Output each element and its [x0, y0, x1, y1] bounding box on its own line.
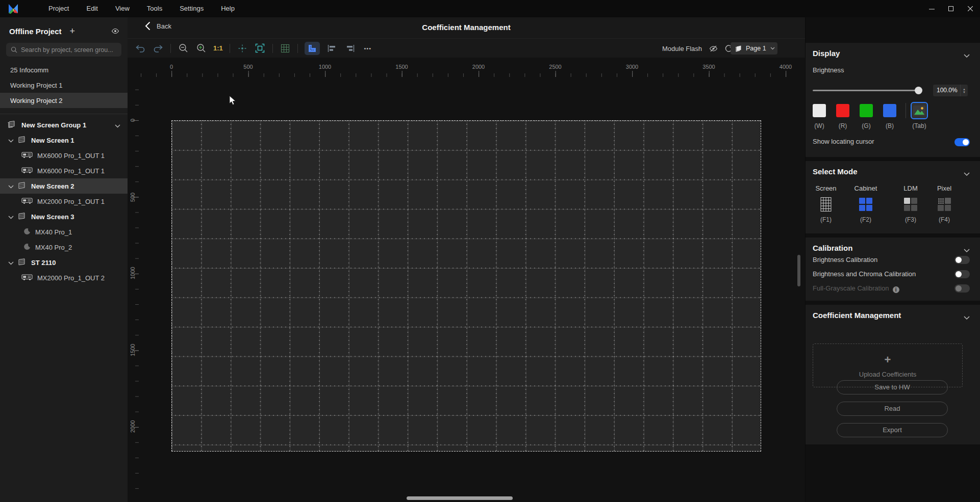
- search-icon: [11, 46, 17, 53]
- read-button[interactable]: Read: [837, 402, 948, 416]
- tree-item-screen[interactable]: New Screen 1: [0, 133, 128, 148]
- tree-item-screen-group[interactable]: New Screen Group 1: [0, 117, 128, 133]
- tree-item-device[interactable]: MX6000 Pro_1_OUT 1: [0, 148, 128, 163]
- chevron-down-icon[interactable]: [8, 182, 14, 190]
- sidebar-divider: [0, 114, 128, 114]
- save-to-hw-button[interactable]: Save to HW: [837, 380, 948, 394]
- brightness-label: Brightness: [813, 66, 844, 74]
- brightness-slider[interactable]: [813, 90, 919, 91]
- chevron-down-icon[interactable]: [964, 313, 970, 322]
- project-item[interactable]: Working Project 1: [0, 77, 128, 93]
- mode-screen[interactable]: Screen (F1): [811, 184, 841, 223]
- add-project-icon[interactable]: +: [70, 27, 76, 36]
- menu-edit[interactable]: Edit: [78, 0, 106, 17]
- chevron-down-icon[interactable]: [8, 137, 14, 144]
- display-section: Display Brightness 100.0% ▲▼ (W) (R) (G)…: [806, 43, 980, 157]
- display-white-swatch[interactable]: [813, 104, 826, 117]
- display-green-swatch[interactable]: [860, 104, 873, 117]
- pixel-mode-icon: [929, 197, 960, 213]
- menu-project[interactable]: Project: [40, 0, 78, 17]
- zoom-out-icon[interactable]: [178, 43, 189, 54]
- chevron-down-icon[interactable]: [115, 122, 120, 129]
- window-controls: [922, 0, 980, 17]
- info-icon[interactable]: i: [893, 286, 899, 293]
- menu-view[interactable]: View: [107, 0, 138, 17]
- stepper-down-icon[interactable]: ▼: [963, 91, 966, 94]
- chevron-down-icon[interactable]: [8, 259, 14, 267]
- brightness-chroma-calibration-toggle-off[interactable]: [954, 270, 970, 278]
- zoom-in-icon[interactable]: [195, 43, 207, 54]
- mouse-cursor: [229, 95, 237, 106]
- tree-item-device[interactable]: MX2000 Pro_1_OUT 2: [0, 270, 128, 285]
- search-input[interactable]: [21, 46, 115, 54]
- grid-view-icon[interactable]: [280, 43, 291, 54]
- horizontal-scrollbar[interactable]: [407, 496, 513, 500]
- screen-layout-canvas[interactable]: [171, 120, 761, 452]
- align-right-icon[interactable]: [344, 43, 356, 54]
- brightness-value: 100.0%: [933, 85, 960, 96]
- tree-item-device[interactable]: MX2000 Pro_1_OUT 1: [0, 194, 128, 209]
- undo-icon[interactable]: [135, 43, 146, 54]
- white-swatch-label: (W): [814, 122, 824, 129]
- project-visibility-eye-icon[interactable]: [111, 27, 119, 37]
- eye-off-icon[interactable]: [709, 45, 718, 52]
- menu-tools[interactable]: Tools: [138, 0, 171, 17]
- tree-item-device-offline[interactable]: MX40 Pro_2: [0, 240, 128, 255]
- page-selector-value: Page 1: [746, 45, 766, 52]
- mode-ldm[interactable]: LDM (F3): [895, 184, 926, 223]
- locate-center-icon[interactable]: [237, 43, 248, 54]
- display-blue-swatch[interactable]: [883, 104, 896, 117]
- chevron-down-icon: [770, 47, 775, 50]
- more-options-icon[interactable]: •••: [362, 43, 373, 54]
- tree-item-screen[interactable]: ST 2110: [0, 255, 128, 270]
- project-item[interactable]: 25 Infocomm: [0, 62, 128, 77]
- maximize-button[interactable]: [941, 0, 961, 17]
- display-red-swatch[interactable]: [836, 104, 849, 117]
- app-logo-icon: [7, 3, 19, 15]
- menu-settings[interactable]: Settings: [171, 0, 212, 17]
- tree-item-device-offline[interactable]: MX40 Pro_1: [0, 224, 128, 240]
- processor-icon: [21, 167, 33, 175]
- chevron-down-icon[interactable]: [8, 213, 14, 221]
- swatch-divider: [906, 103, 906, 118]
- screen-icon: [17, 257, 26, 268]
- menu-help[interactable]: Help: [212, 0, 243, 17]
- locating-cursor-label: Show locating cursor: [813, 138, 874, 145]
- export-button[interactable]: Export: [837, 423, 948, 437]
- close-button[interactable]: [961, 0, 980, 17]
- coefficient-management-section: Coefficient Management + Upload Coeffici…: [806, 305, 980, 444]
- tree-item-screen-selected[interactable]: New Screen 2: [0, 178, 128, 194]
- mode-pixel[interactable]: Pixel (F4): [929, 184, 960, 223]
- locating-cursor-toggle-on[interactable]: [954, 138, 970, 146]
- vertical-scrollbar[interactable]: [797, 255, 800, 286]
- tree-item-screen[interactable]: New Screen 3: [0, 209, 128, 224]
- brightness-value-box[interactable]: 100.0% ▲▼: [933, 85, 968, 96]
- display-image-swatch-selected[interactable]: [911, 102, 928, 119]
- minimize-button[interactable]: [922, 0, 941, 17]
- canvas-viewport[interactable]: 0 500 1000 1500 2000 2500 3000 3500 4000…: [128, 58, 805, 502]
- redo-icon[interactable]: [153, 43, 164, 54]
- toolbar-divider: [297, 44, 298, 53]
- moon-icon: [23, 243, 31, 252]
- page-title: Coefficient Management: [128, 23, 805, 32]
- ruler-tool-button-active[interactable]: [305, 42, 320, 55]
- blue-swatch-label: (B): [886, 122, 894, 129]
- brightness-slider-handle[interactable]: [915, 87, 922, 94]
- coefficient-management-title: Coefficient Management: [813, 311, 901, 320]
- screen-tree: New Screen Group 1 New Screen 1 MX6000 P…: [0, 117, 128, 285]
- brightness-stepper[interactable]: ▲▼: [960, 85, 968, 96]
- page-selector-dropdown[interactable]: Page 1: [731, 42, 777, 55]
- menu-items: Project Edit View Tools Settings Help: [40, 0, 243, 17]
- brightness-calibration-row: Brightness Calibration: [813, 254, 973, 266]
- zoom-ratio-button[interactable]: 1:1: [213, 44, 223, 52]
- screen-icon: [17, 181, 26, 192]
- fit-selection-icon[interactable]: [255, 43, 266, 54]
- chevron-down-icon[interactable]: [964, 51, 970, 60]
- tree-item-device[interactable]: MX6000 Pro_1_OUT 1: [0, 163, 128, 178]
- project-item-selected[interactable]: Working Project 2: [0, 93, 128, 108]
- red-swatch-label: (R): [839, 122, 847, 129]
- align-left-icon[interactable]: [326, 43, 338, 54]
- mode-cabinet-selected[interactable]: Cabinet (F2): [850, 184, 881, 223]
- chevron-down-icon[interactable]: [964, 169, 970, 178]
- brightness-calibration-toggle-off[interactable]: [954, 256, 970, 264]
